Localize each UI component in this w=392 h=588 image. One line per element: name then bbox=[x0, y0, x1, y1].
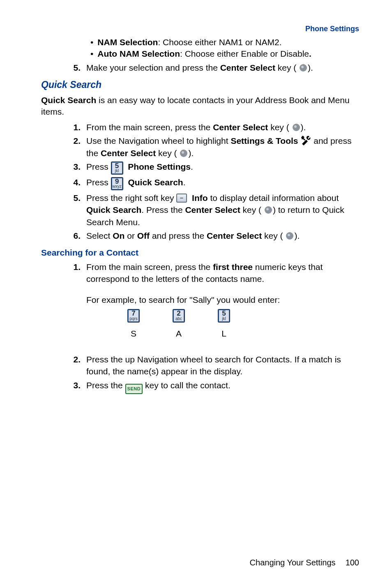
key-5-icon: 5jkl bbox=[218, 309, 230, 322]
bullet-period: . bbox=[309, 49, 311, 58]
bullet-dot-icon: • bbox=[90, 48, 93, 60]
step-text: . Press the bbox=[141, 205, 185, 214]
step-bold: Off bbox=[137, 231, 150, 240]
step-text: From the main screen, press the bbox=[86, 262, 213, 272]
step-text: ). bbox=[188, 148, 194, 158]
center-select-icon bbox=[285, 231, 294, 240]
example-letter: A bbox=[173, 327, 185, 339]
step-bold: Center Select bbox=[220, 63, 275, 72]
step-text: . bbox=[191, 162, 193, 171]
step-item: 3. Press the SEND key to call the contac… bbox=[66, 379, 359, 394]
quick-search-heading: Quick Search bbox=[41, 79, 359, 90]
step-text: . bbox=[183, 178, 186, 187]
page-footer: Changing Your Settings100 bbox=[250, 558, 359, 567]
step-item: 1. From the main screen, press the Cente… bbox=[66, 121, 359, 133]
send-key-icon: SEND bbox=[125, 384, 143, 394]
key-9-icon: 9wxyz bbox=[111, 177, 123, 190]
step-bold: Phone Settings bbox=[128, 162, 191, 171]
example-letter: S bbox=[127, 327, 140, 339]
step-number: 2. bbox=[66, 353, 81, 365]
step-text: and press the bbox=[150, 231, 207, 240]
step-text: Press bbox=[86, 162, 111, 171]
example-label: For example, to search for "Sally" you w… bbox=[86, 294, 359, 306]
step-text: key ( bbox=[275, 63, 296, 72]
step-number: 5. bbox=[66, 192, 81, 204]
svg-point-7 bbox=[266, 208, 269, 210]
intro-bold: Quick Search bbox=[41, 95, 96, 105]
bullet-item: • Auto NAM Selection: Choose either Enab… bbox=[90, 48, 359, 60]
step-bold: first three bbox=[213, 262, 253, 272]
step-number: 6. bbox=[66, 230, 81, 242]
step-text: Press bbox=[86, 178, 111, 187]
bullet-list: • NAM Selection: Choose either NAM1 or N… bbox=[90, 37, 359, 60]
center-select-icon bbox=[264, 205, 273, 214]
step-item: 6. Select On or Off and press the Center… bbox=[66, 230, 359, 242]
key-7-icon: 7pqrs bbox=[127, 309, 140, 322]
svg-point-5 bbox=[182, 151, 184, 154]
step-bold: Quick Search bbox=[86, 205, 141, 214]
step-text: or bbox=[125, 231, 137, 240]
tools-icon bbox=[300, 136, 311, 145]
step-bold: Center Select bbox=[213, 122, 268, 132]
bullet-text: : Choose either NAM1 or NAM2. bbox=[158, 37, 281, 47]
step-bold: Center Select bbox=[207, 231, 262, 240]
bullet-text: : Choose either Enable or Disable bbox=[180, 49, 309, 58]
example-col: 2abc A bbox=[173, 309, 185, 339]
key-2-icon: 2abc bbox=[173, 309, 185, 322]
bullet-label: Auto NAM Selection bbox=[97, 49, 180, 58]
footer-chapter: Changing Your Settings bbox=[250, 558, 336, 567]
example-col: 7pqrs S bbox=[127, 309, 140, 339]
center-select-icon bbox=[179, 149, 188, 158]
step-text: key ( bbox=[156, 148, 177, 158]
step-bold: Quick Search bbox=[128, 178, 183, 187]
step-number: 4. bbox=[66, 176, 81, 188]
step-text: to display detail information about bbox=[208, 193, 339, 203]
step-item: 4. Press 9wxyz Quick Search. bbox=[66, 176, 359, 190]
step-text: Use the Navigation wheel to highlight bbox=[86, 136, 231, 145]
step-number: 3. bbox=[66, 379, 81, 391]
step-item: 5. Press the right soft key Info to disp… bbox=[66, 192, 359, 228]
svg-point-9 bbox=[288, 234, 290, 236]
step-text: key ( bbox=[268, 122, 289, 132]
svg-point-1 bbox=[301, 66, 304, 68]
example-keys: 7pqrs S 2abc A 5jkl L bbox=[127, 309, 359, 339]
bullet-label: NAM Selection bbox=[97, 37, 158, 47]
step-text: Select bbox=[86, 231, 113, 240]
step-item: 1. From the main screen, press the first… bbox=[66, 261, 359, 340]
step-text: ). bbox=[294, 231, 300, 240]
example-col: 5jkl L bbox=[218, 309, 230, 339]
step-number: 2. bbox=[66, 135, 81, 147]
step-item: 3. Press 5jkl Phone Settings. bbox=[66, 161, 359, 175]
step-bold: Center Select bbox=[185, 205, 240, 214]
bullet-dot-icon: • bbox=[90, 37, 93, 48]
step-number: 1. bbox=[66, 121, 81, 133]
svg-point-3 bbox=[294, 125, 297, 128]
right-softkey-icon bbox=[176, 194, 187, 203]
step-text: Press the up Navigation wheel to search … bbox=[86, 353, 359, 378]
step-text: ). bbox=[301, 122, 306, 132]
step-number: 1. bbox=[66, 261, 81, 273]
quick-search-intro: Quick Search is an easy way to locate co… bbox=[41, 95, 359, 118]
step-item: 2. Use the Navigation wheel to highlight… bbox=[66, 135, 359, 159]
step-number: 3. bbox=[66, 161, 81, 173]
step-bold: Settings & Tools bbox=[231, 136, 298, 145]
example-letter: L bbox=[218, 327, 230, 339]
footer-page-number: 100 bbox=[346, 558, 359, 567]
step-text: key to call the contact. bbox=[145, 380, 231, 390]
step-text: key ( bbox=[240, 205, 261, 214]
step-text: Make your selection and press the bbox=[86, 63, 220, 72]
step-bold: On bbox=[113, 231, 125, 240]
step-text: ). bbox=[308, 63, 313, 72]
step-text: key ( bbox=[262, 231, 283, 240]
step-bold: Info bbox=[192, 193, 208, 203]
center-select-icon bbox=[292, 123, 301, 132]
section-header: Phone Settings bbox=[41, 25, 359, 33]
step-text: Press the bbox=[86, 380, 125, 390]
center-select-icon bbox=[299, 63, 308, 72]
key-5-icon: 5jkl bbox=[111, 161, 123, 175]
bullet-item: • NAM Selection: Choose either NAM1 or N… bbox=[90, 37, 359, 48]
step-item: 5. Make your selection and press the Cen… bbox=[66, 62, 359, 74]
searching-heading: Searching for a Contact bbox=[41, 248, 359, 258]
step-item: 2. Press the up Navigation wheel to sear… bbox=[66, 353, 359, 378]
step-number: 5. bbox=[66, 62, 81, 74]
